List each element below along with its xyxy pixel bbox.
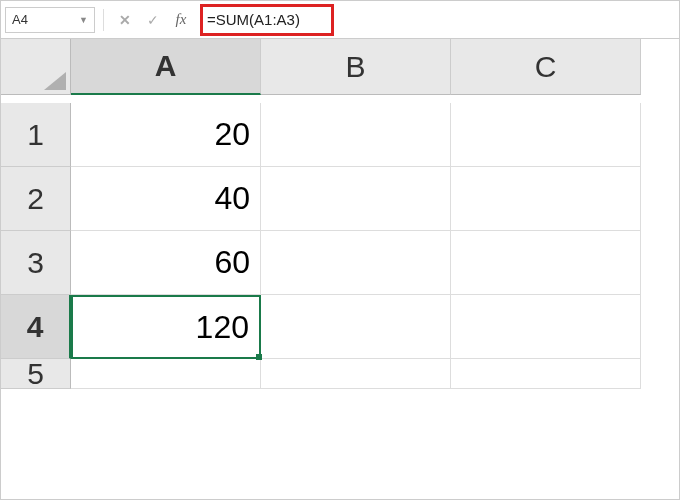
cell-a2[interactable]: 40 <box>71 167 261 231</box>
formula-bar: A4 ▼ ✕ ✓ fx <box>1 1 679 39</box>
cell-b3[interactable] <box>261 231 451 295</box>
cell-a4[interactable]: 120 <box>71 295 261 359</box>
cell-b2[interactable] <box>261 167 451 231</box>
cell-c3[interactable] <box>451 231 641 295</box>
cancel-icon[interactable]: ✕ <box>112 7 138 33</box>
cell-a5[interactable] <box>71 359 261 389</box>
cell-a1[interactable]: 20 <box>71 103 261 167</box>
row-header-3[interactable]: 3 <box>1 231 71 295</box>
name-box[interactable]: A4 ▼ <box>5 7 95 33</box>
divider <box>103 9 104 31</box>
row-header-4[interactable]: 4 <box>1 295 71 359</box>
row-header-1[interactable]: 1 <box>1 103 71 167</box>
cell-b4[interactable] <box>261 295 451 359</box>
formula-highlight <box>200 4 334 36</box>
cell-c1[interactable] <box>451 103 641 167</box>
cell-c5[interactable] <box>451 359 641 389</box>
row-header-2[interactable]: 2 <box>1 167 71 231</box>
spreadsheet-grid: A B C 1 20 2 40 3 60 4 120 5 <box>1 39 679 423</box>
cell-c2[interactable] <box>451 167 641 231</box>
cell-b1[interactable] <box>261 103 451 167</box>
name-box-value: A4 <box>12 12 28 27</box>
enter-icon[interactable]: ✓ <box>140 7 166 33</box>
row-header-5[interactable]: 5 <box>1 359 71 389</box>
col-header-a[interactable]: A <box>71 39 261 95</box>
col-header-b[interactable]: B <box>261 39 451 95</box>
cell-b5[interactable] <box>261 359 451 389</box>
col-header-c[interactable]: C <box>451 39 641 95</box>
cell-c4[interactable] <box>451 295 641 359</box>
formula-input[interactable] <box>207 11 327 28</box>
select-all-corner[interactable] <box>1 39 71 95</box>
chevron-down-icon[interactable]: ▼ <box>79 15 88 25</box>
fx-icon[interactable]: fx <box>168 7 194 33</box>
cell-a3[interactable]: 60 <box>71 231 261 295</box>
